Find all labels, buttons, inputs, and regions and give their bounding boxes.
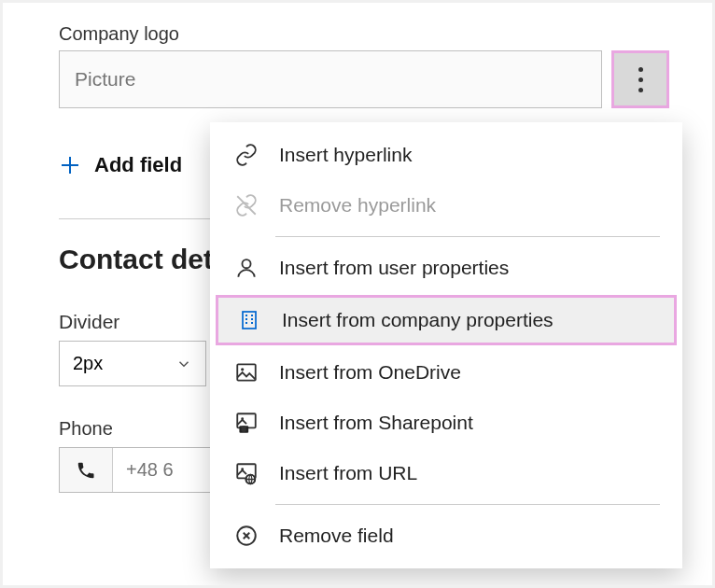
svg-rect-15: [245, 322, 247, 324]
divider-value: 2px: [73, 353, 103, 374]
svg-rect-12: [251, 315, 253, 316]
company-logo-label: Company logo: [59, 23, 669, 45]
menu-label: Insert from Sharepoint: [279, 412, 473, 434]
menu-insert-onedrive[interactable]: Insert from OneDrive: [210, 347, 682, 398]
building-icon: [235, 308, 263, 332]
image-globe-icon: [232, 461, 260, 485]
menu-remove-hyperlink: Remove hyperlink: [210, 180, 682, 231]
picture-input[interactable]: [59, 50, 602, 108]
menu-insert-company-properties[interactable]: Insert from company properties: [216, 295, 677, 345]
unlink-icon: [232, 193, 260, 217]
person-icon: [232, 256, 260, 280]
menu-separator: [275, 504, 660, 505]
menu-insert-sharepoint[interactable]: S Insert from Sharepoint: [210, 398, 682, 448]
svg-point-18: [241, 368, 244, 371]
svg-rect-11: [245, 315, 247, 316]
add-field-label: Add field: [94, 153, 182, 177]
menu-label: Insert from OneDrive: [279, 361, 461, 384]
menu-separator: [275, 236, 660, 237]
menu-label: Insert hyperlink: [279, 144, 412, 166]
phone-icon: [60, 448, 113, 492]
image-cloud-icon: [232, 360, 260, 385]
divider-select[interactable]: 2px: [59, 341, 206, 386]
picture-row: [59, 50, 669, 108]
menu-remove-field[interactable]: Remove field: [210, 511, 682, 561]
close-circle-icon: [232, 524, 260, 548]
plus-icon: [59, 154, 81, 176]
menu-label: Insert from user properties: [279, 257, 509, 279]
menu-insert-url[interactable]: Insert from URL: [210, 448, 682, 498]
svg-rect-19: [237, 413, 256, 427]
svg-rect-13: [245, 318, 247, 320]
link-icon: [232, 143, 260, 167]
menu-label: Remove field: [279, 525, 394, 547]
svg-rect-14: [251, 318, 253, 320]
more-options-button[interactable]: [611, 50, 669, 108]
menu-label: Insert from URL: [279, 462, 417, 484]
menu-insert-hyperlink[interactable]: Insert hyperlink: [210, 130, 682, 180]
menu-label: Remove hyperlink: [279, 194, 436, 217]
image-sharepoint-icon: S: [232, 411, 260, 435]
chevron-down-icon: [175, 356, 192, 372]
svg-text:S: S: [242, 426, 246, 432]
svg-point-3: [242, 259, 250, 268]
svg-rect-17: [237, 364, 256, 380]
menu-insert-user-properties[interactable]: Insert from user properties: [210, 243, 682, 293]
svg-rect-16: [251, 322, 253, 324]
svg-rect-4: [243, 312, 256, 329]
context-menu: Insert hyperlink Remove hyperlink Insert…: [210, 122, 682, 568]
menu-label: Insert from company properties: [282, 309, 554, 331]
